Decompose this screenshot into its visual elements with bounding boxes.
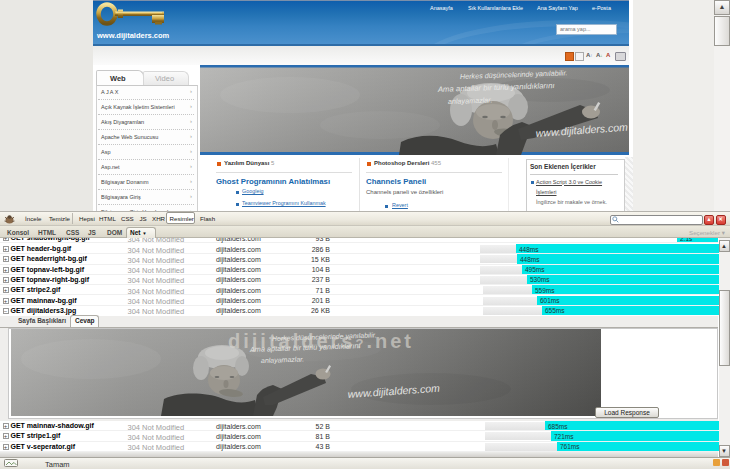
svg-text:anlayamazlar.: anlayamazlar.	[448, 95, 493, 106]
